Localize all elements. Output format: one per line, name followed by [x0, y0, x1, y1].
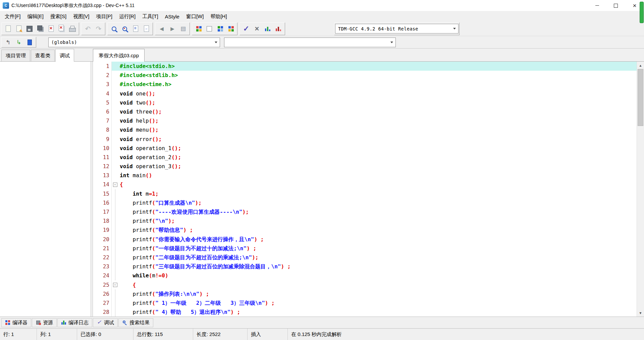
code-line[interactable]: 19 printf("帮助信息") ;	[93, 225, 637, 234]
fold-margin	[112, 189, 118, 198]
nav-forward-button[interactable]	[167, 24, 178, 34]
bottom-tab-search-results[interactable]: 搜索结果	[118, 318, 153, 327]
menu-item-2[interactable]: 搜索[S]	[47, 11, 70, 21]
scroll-down-arrow-icon[interactable]: ▼	[637, 309, 644, 317]
fold-marker[interactable]: -	[112, 280, 118, 289]
close-file-button[interactable]	[46, 24, 56, 34]
code-line[interactable]: 8void menu();	[93, 125, 637, 134]
menu-item-7[interactable]: AStyle	[162, 11, 183, 21]
window-title: C:\Users\86177\Desktop\寒假大作战03.cpp - Dev…	[11, 3, 135, 9]
package-manager-button[interactable]	[225, 24, 236, 34]
bottom-tab-compile-log[interactable]: 编译日志	[57, 318, 92, 327]
scrollbar-thumb[interactable]	[638, 69, 643, 126]
swap-header-source-button[interactable]	[178, 24, 189, 34]
replace-button[interactable]	[119, 24, 130, 34]
nav-back-button[interactable]	[156, 24, 167, 34]
code-line[interactable]: 3#include<time.h>	[93, 80, 637, 89]
bottom-tab-debug[interactable]: 调试	[93, 318, 118, 327]
code-line[interactable]: 18 printf("\n");	[93, 216, 637, 225]
title-bar[interactable]: C C:\Users\86177\Desktop\寒假大作战03.cpp - D…	[0, 0, 644, 11]
code-editor[interactable]: 1#include<stdio.h>2#include<stdlib.h>3#i…	[93, 62, 644, 317]
members-combobox[interactable]	[224, 38, 396, 47]
search-results-icon	[122, 320, 127, 325]
code-line[interactable]: 17 printf("----欢迎使用口算生成器----\n");	[93, 207, 637, 216]
left-tab-debug[interactable]: 调试	[55, 49, 74, 62]
code-line[interactable]: 14-{	[93, 180, 637, 189]
code-line[interactable]: 27 printf(" 1）一年级 2）二年级 3）三年级\n") ;	[93, 298, 637, 308]
fold-margin	[112, 80, 118, 89]
left-tab-project[interactable]: 项目管理	[1, 50, 30, 61]
syntax-check-button[interactable]	[241, 24, 252, 34]
panel-splitter[interactable]	[91, 62, 93, 317]
menu-item-4[interactable]: 项目[P]	[93, 11, 116, 21]
print-button[interactable]	[67, 24, 78, 34]
save-all-button[interactable]	[35, 24, 46, 34]
code-line[interactable]: 13int main()	[93, 171, 637, 180]
code-line[interactable]: 25- {	[93, 280, 637, 289]
code-line[interactable]: 12void operation_3();	[93, 162, 637, 171]
code-line[interactable]: 26 printf("操作列表:\n\n") ;	[93, 289, 637, 298]
close-all-button[interactable]	[56, 24, 67, 34]
menu-item-9[interactable]: 帮助[H]	[207, 11, 230, 21]
new-project-button[interactable]	[193, 24, 204, 34]
code-line[interactable]: 9void error();	[93, 135, 637, 144]
code-text: #include<stdlib.h>	[118, 71, 637, 80]
menu-item-6[interactable]: 工具[T]	[139, 11, 162, 21]
menu-item-3[interactable]: 视图[V]	[70, 11, 93, 21]
goto-line-button[interactable]	[141, 24, 152, 34]
globals-combobox[interactable]: (globals)	[48, 38, 220, 47]
toolbar-group-edit	[81, 22, 105, 35]
menu-item-0[interactable]: 文件[F]	[1, 11, 24, 21]
code-line[interactable]: 2#include<stdlib.h>	[93, 71, 637, 80]
open-file-button[interactable]	[13, 24, 24, 34]
save-button[interactable]	[24, 24, 35, 34]
menu-bar: 文件[F]编辑[E]搜索[S]视图[V]项目[P]运行[R]工具[T]AStyl…	[0, 11, 644, 21]
goto-declaration-button[interactable]	[3, 37, 13, 47]
fold-marker[interactable]: -	[112, 180, 118, 189]
code-line[interactable]: 24 while(m!=0)	[93, 271, 637, 280]
code-line[interactable]: 11void operation_2();	[93, 153, 637, 162]
line-number: 10	[93, 144, 112, 153]
find-button[interactable]	[109, 24, 119, 34]
code-line[interactable]: 6void three();	[93, 107, 637, 116]
goto-function-button[interactable]	[130, 24, 141, 34]
menu-item-8[interactable]: 窗口[W]	[183, 11, 207, 21]
menu-item-5[interactable]: 运行[R]	[116, 11, 139, 21]
profile-analysis-button[interactable]	[262, 24, 273, 34]
bottom-tab-resources[interactable]: 资源	[32, 318, 57, 327]
compiler-combobox[interactable]: TDM-GCC 4.9.2 64-bit Release	[335, 24, 459, 33]
code-line[interactable]: 21 printf("一年级题目为不超过十的加减法;\n") ;	[93, 244, 637, 253]
project-browser-panel[interactable]	[0, 62, 91, 317]
new-file-button[interactable]	[3, 24, 13, 34]
left-tab-classes[interactable]: 查看类	[31, 50, 55, 61]
code-line[interactable]: 28 printf(" 4）帮助 5）退出程序\n") ;	[93, 308, 637, 317]
toolbar-class-browser: (globals)	[0, 36, 644, 49]
editor-vertical-scrollbar[interactable]: ▲ ▼	[637, 62, 644, 317]
scroll-up-arrow-icon[interactable]: ▲	[637, 62, 644, 69]
abort-compilation-button[interactable]	[252, 24, 262, 34]
undo-button[interactable]	[83, 24, 93, 34]
code-line[interactable]: 22 printf("二年级题目为不超过百位的乘减法;\n");	[93, 253, 637, 262]
maximize-button[interactable]	[606, 0, 625, 11]
code-line[interactable]: 5void two();	[93, 98, 637, 107]
code-line[interactable]: 4void one();	[93, 89, 637, 98]
delete-profiling-button[interactable]	[273, 24, 284, 34]
minimize-button[interactable]	[588, 0, 606, 11]
code-line[interactable]: 10void operation_1();	[93, 144, 637, 153]
code-line[interactable]: 23 printf("三年级题目为不超过百位的加减乘除混合题目，\n") ;	[93, 262, 637, 271]
redo-button[interactable]	[93, 24, 104, 34]
code-line[interactable]: 20 printf("你需要输入命令代号来进行操作，且\n") ;	[93, 235, 637, 244]
editor-tab[interactable]: 寒假大作战03.cpp	[93, 49, 145, 62]
code-line[interactable]: 7void help();	[93, 116, 637, 125]
bottom-tab-compiler[interactable]: 编译器	[1, 318, 31, 327]
project-options-button[interactable]	[215, 24, 225, 34]
menu-item-1[interactable]: 编辑[E]	[24, 11, 47, 21]
class-browser-button[interactable]	[24, 37, 35, 47]
line-number: 24	[93, 271, 112, 280]
fold-margin	[112, 207, 118, 216]
goto-definition-button[interactable]	[13, 37, 24, 47]
code-line[interactable]: 1#include<stdio.h>	[93, 62, 637, 71]
code-line[interactable]: 15 int m=1;	[93, 189, 637, 198]
remove-file-button[interactable]	[204, 24, 215, 34]
code-line[interactable]: 16 printf("口算生成器\n");	[93, 198, 637, 207]
